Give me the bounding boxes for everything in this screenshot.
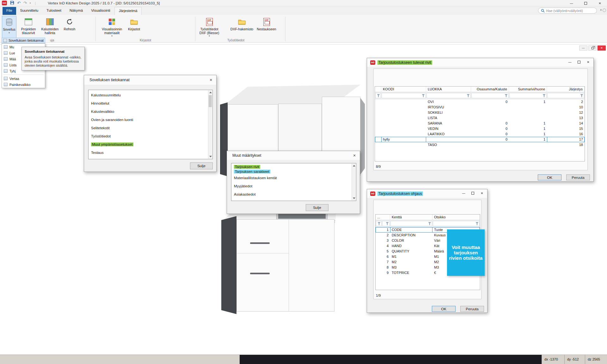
edit-cell[interactable]: hylly xyxy=(381,137,426,142)
sulje-button[interactable]: Sulje xyxy=(190,162,213,169)
filter-cell[interactable] xyxy=(375,93,381,98)
list-item[interactable]: Asiakastiedot xyxy=(231,190,356,198)
collapse-ribbon-icon[interactable]: ∧ xyxy=(600,8,602,11)
close-button[interactable]: ✕ xyxy=(593,0,607,6)
mdi-minimize-button[interactable]: — xyxy=(579,46,587,51)
table-row[interactable]: TASO18 xyxy=(375,142,585,148)
filter-cell[interactable] xyxy=(547,93,584,98)
scroll-up-icon[interactable] xyxy=(353,165,355,167)
column-header[interactable]: Summarivi/huone xyxy=(509,87,547,92)
search-input[interactable] xyxy=(546,9,594,13)
minimize-button[interactable]: — xyxy=(459,190,468,197)
sulje-button[interactable]: Sulje xyxy=(306,204,328,211)
ribbon-button-visualisoinnin-materiaalit[interactable]: Visualisoinnin materiaalit ▾ xyxy=(99,16,125,40)
database-icon xyxy=(4,69,8,73)
table-row[interactable]: IRTOSIVU10 xyxy=(375,105,585,110)
tab-suunnittelu[interactable]: Suunnittelu xyxy=(16,7,43,15)
filter-icon xyxy=(475,222,479,225)
ribbon-button-dxf-hakemisto[interactable]: DXF-hakemisto xyxy=(229,16,255,40)
filter-cell[interactable] xyxy=(382,93,426,98)
filter-cell[interactable] xyxy=(509,93,547,98)
list-item[interactable]: Työstötiedot xyxy=(89,132,212,140)
table-row[interactable]: VEDIN0115 xyxy=(375,126,585,131)
close-button[interactable]: ✕ xyxy=(584,59,593,65)
minimize-button[interactable]: — xyxy=(564,0,579,6)
table-row[interactable]: LAATIKKO0116 xyxy=(375,131,585,137)
mdi-close-button[interactable]: ✕ xyxy=(598,46,606,51)
peruuta-button[interactable]: Peruuta xyxy=(460,306,484,312)
undo-icon[interactable]: ↶ xyxy=(17,1,21,5)
ribbon-button-refresh[interactable]: Refresh xyxy=(61,16,78,40)
search-box[interactable] xyxy=(538,8,597,14)
dialog-titlebar[interactable]: Sovelluksen tietokannat ✕ xyxy=(84,75,216,85)
tab-file[interactable]: File xyxy=(3,7,16,15)
column-header[interactable]: Kenttä xyxy=(390,215,432,220)
app-menu-header[interactable]: Sovelluksen tietokannat xyxy=(2,38,45,43)
column-header[interactable]: ... xyxy=(376,215,390,220)
list-item-highlighted[interactable]: Muut ympäristöasetukset xyxy=(89,140,212,149)
table-row-selected[interactable]: hylly0117 xyxy=(375,137,585,142)
qat-dropdown-icon[interactable]: ▾ xyxy=(30,2,31,4)
maximize-button[interactable] xyxy=(579,0,593,6)
scrollbar[interactable] xyxy=(208,90,212,159)
list-item-highlighted[interactable]: Tarjouksen rivit xyxy=(231,164,356,169)
table-row[interactable]: SOKKELI12 xyxy=(375,110,585,115)
help-icon[interactable] xyxy=(603,9,606,12)
close-button[interactable]: ✕ xyxy=(477,190,487,197)
close-icon[interactable]: ✕ xyxy=(205,75,216,85)
peruuta-button[interactable]: Peruuta xyxy=(566,174,590,180)
filter-cell[interactable] xyxy=(471,93,509,98)
list-item[interactable]: Selitetekstit xyxy=(89,124,212,132)
redo-icon[interactable]: ↷ xyxy=(23,1,27,5)
column-header[interactable]: Otsikko xyxy=(432,215,480,220)
list-item[interactable]: Ovien ja saranoiden luonti xyxy=(89,116,212,124)
table-row[interactable]: SARANA0114 xyxy=(375,121,585,126)
column-header[interactable]: Järjestys xyxy=(547,87,585,92)
minimize-button[interactable]: — xyxy=(565,59,574,65)
table-row[interactable]: OVI012 xyxy=(375,99,585,105)
close-icon[interactable]: ✕ xyxy=(349,151,360,160)
scroll-down-icon[interactable] xyxy=(209,156,212,157)
list-item[interactable]: Kalustevalikko xyxy=(89,107,212,116)
column-header[interactable]: Osasumma/Kaluste xyxy=(471,87,509,92)
ribbon-button-projektien-tilausrivit[interactable]: Projektien tilausrivit xyxy=(18,16,39,40)
save-icon[interactable] xyxy=(10,1,14,5)
dialog-titlebar[interactable]: Muut määritykset ✕ xyxy=(227,151,360,160)
filter-cell[interactable] xyxy=(426,93,471,98)
scroll-up-icon[interactable] xyxy=(209,92,212,93)
scrollbar[interactable] xyxy=(352,164,356,200)
scroll-down-icon[interactable] xyxy=(353,197,355,199)
tab-visualisointi[interactable]: Visualisointi xyxy=(87,7,114,15)
ok-button[interactable]: OK xyxy=(538,174,561,180)
filter-cell[interactable] xyxy=(382,221,390,226)
scroll-thumb[interactable] xyxy=(209,95,212,107)
ribbon-button-kirjastot[interactable]: Kirjastot xyxy=(126,16,142,40)
list-item[interactable]: Hinnoittelut xyxy=(89,99,212,107)
list-item[interactable]: Kalustesuunnittelu xyxy=(89,91,212,99)
tab-nakyma[interactable]: Näkymä xyxy=(65,7,87,15)
dialog-titlebar[interactable]: InD Tarjoustulostuksen ohjaus — ✕ xyxy=(367,189,487,198)
table-row[interactable]: LISTA13 xyxy=(375,115,585,121)
filter-cell[interactable] xyxy=(433,221,480,226)
list-item[interactable]: Myyjätiedot xyxy=(231,182,356,190)
maximize-button[interactable] xyxy=(468,190,477,197)
mdi-restore-button[interactable] xyxy=(588,46,597,51)
column-header[interactable]: KOODI xyxy=(381,87,426,92)
dialog-titlebar[interactable]: InD Tarjoustulostukseen tulevat rivit — … xyxy=(367,58,593,67)
tab-tulosteet[interactable]: Tulosteet xyxy=(42,7,65,15)
ribbon-button-kalusteiden-hallinta[interactable]: Kalusteiden hallinta xyxy=(40,16,60,40)
ok-button[interactable]: OK xyxy=(432,306,456,312)
ribbon-button-sovellus[interactable]: Sovellus ▾ xyxy=(2,16,16,40)
filter-cell[interactable] xyxy=(376,221,382,226)
tab-jarjestelma[interactable]: Järjestelmä xyxy=(114,7,142,15)
ribbon-button-nestaukseen[interactable]: DXF Nestaukseen xyxy=(256,16,277,40)
list-item[interactable]: Testaus xyxy=(89,149,212,157)
menu-item-painikevalikko[interactable]: Painikevalikko xyxy=(2,82,45,88)
menu-item-vertaa[interactable]: Vertaa xyxy=(2,76,45,82)
maximize-button[interactable] xyxy=(574,59,584,65)
filter-cell[interactable] xyxy=(390,221,432,226)
ribbon-button-tyostotiedot-dxf[interactable]: DXF Työstötiedot DXF (Biesse) ▾ xyxy=(197,16,222,40)
list-item[interactable]: Materiaalilistauksen kentät xyxy=(231,174,356,182)
list-item-highlighted[interactable]: Tarjouksen sarakkeet xyxy=(231,169,356,174)
column-header[interactable]: LUOKKA xyxy=(426,87,471,92)
